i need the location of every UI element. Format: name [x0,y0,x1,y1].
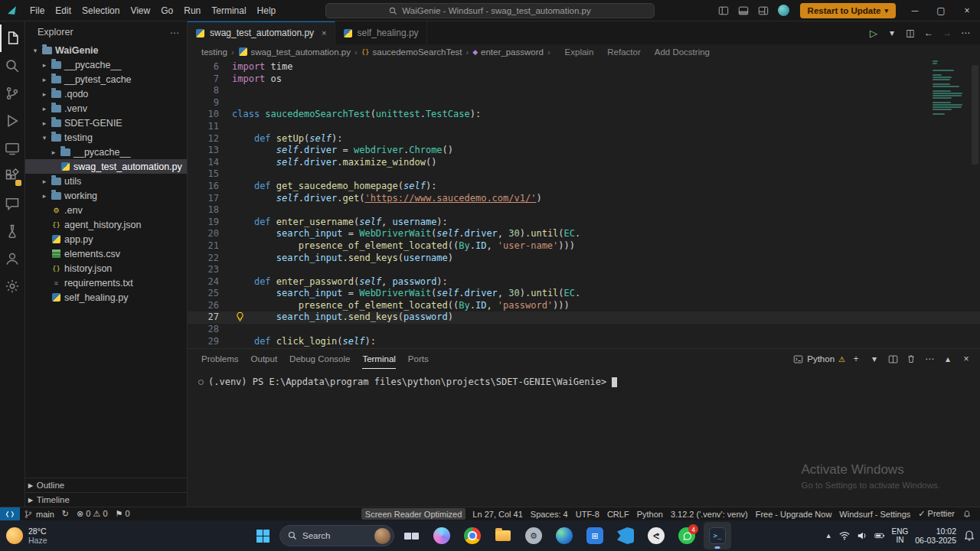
run-and-debug-icon[interactable] [0,107,25,135]
status-language-mode[interactable]: Python [633,507,667,520]
tab-self_healing-py[interactable]: self_healing.py [335,21,427,44]
search-icon[interactable] [0,52,25,80]
status-prettier[interactable]: ✓ Prettier [914,507,959,520]
section-timeline[interactable]: ▸Timeline [25,492,187,507]
more-actions-icon[interactable]: ⋯ [957,24,974,41]
status-eol[interactable]: CRLF [603,507,633,520]
code-editor[interactable]: 6import time7import os8910class saucedem… [188,59,980,348]
clock[interactable]: 10:0206-03-2025 [915,527,956,545]
folder-sdet-genie[interactable]: ▸SDET-GENIE [25,116,187,130]
maximize-panel-icon[interactable]: ▴ [940,351,956,367]
taskbar-app-edge[interactable] [550,522,578,549]
close-panel-icon[interactable]: × [959,351,974,367]
codelens-explain[interactable]: Explain [565,47,594,57]
editor-scrollbar[interactable] [972,65,978,165]
breadcrumb-item-testing[interactable]: testing [201,47,227,57]
folder-testing[interactable]: ▾testing [25,130,187,145]
toggle-primary-sidebar-icon[interactable] [714,2,733,19]
status-ports[interactable]: ⚑ 0 [112,507,134,520]
language-indicator[interactable]: ENGIN [892,527,909,544]
start-button[interactable] [249,522,276,549]
lightbulb-icon[interactable] [235,311,245,321]
hidden-icons-chevron-icon[interactable]: ▲ [825,532,832,540]
folder--pytest-cache[interactable]: ▸__pytest_cache [25,72,187,86]
file-app-py[interactable]: app.py [25,232,187,246]
status-remote-indicator[interactable] [0,507,20,520]
status-notifications[interactable] [959,507,975,520]
panel-tab-problems[interactable]: Problems [201,349,239,369]
menu-file[interactable]: File [24,3,50,18]
folder--pycache-[interactable]: ▸__pycache__ [25,57,187,72]
status-problems[interactable]: ⊗ 0 ⚠ 0 [73,507,111,520]
status-upgrade[interactable]: Free - Upgrade Now [752,507,836,520]
file-swag-test-automation-py[interactable]: swag_test_automation.py [25,159,187,174]
wifi-icon[interactable] [839,530,850,541]
folder-working[interactable]: ▸working [25,188,187,203]
explorer-icon[interactable] [0,24,25,52]
taskbar-app-copilot[interactable] [428,522,456,549]
panel-tab-output[interactable]: Output [251,349,278,369]
close-button[interactable]: × [954,0,980,21]
terminal-process-item[interactable]: Python⚠ [793,354,845,364]
maximize-button[interactable]: ▢ [928,0,954,21]
customize-layout-icon[interactable] [753,2,773,19]
taskbar-app-whatsapp[interactable]: 4 [673,522,701,549]
codelens-add-docstring[interactable]: Add Docstring [655,47,710,57]
panel-tab-ports[interactable]: Ports [408,349,429,369]
weather-widget[interactable]: 28°C Haze [6,527,47,545]
taskbar-app-chrome[interactable] [459,522,486,549]
terminal-dropdown-icon[interactable]: ▾ [867,351,882,367]
tab-swag_test_automation-py[interactable]: swag_test_automation.py× [188,21,335,44]
menu-view[interactable]: View [125,3,155,18]
folder-waigenie[interactable]: ▾WaiGenie [25,43,187,57]
menu-help[interactable]: Help [252,3,282,18]
status-indentation[interactable]: Spaces: 4 [527,507,572,520]
more-icon[interactable]: ⋯ [922,351,937,367]
taskbar-app-terminal[interactable]: >_ [704,522,731,549]
section-outline[interactable]: ▸Outline [25,478,187,492]
status-git-branch[interactable]: main [20,507,58,520]
notifications-icon[interactable] [963,530,975,542]
panel-tab-debug-console[interactable]: Debug Console [289,349,350,369]
run-python-file-icon[interactable]: ▷ [865,24,882,41]
toggle-panel-icon[interactable] [733,2,753,19]
new-terminal-icon[interactable]: + [848,351,864,367]
settings-gear-icon[interactable] [0,272,25,300]
status-windsurf-settings[interactable]: Windsurf - Settings [835,507,914,520]
taskbar-search[interactable]: Search [279,525,394,546]
minimap[interactable] [933,60,968,116]
account-avatar[interactable] [778,5,789,16]
status-sync[interactable]: ↻ [58,507,73,520]
split-editor-icon[interactable]: ◫ [902,24,919,41]
explorer-more-actions-icon[interactable]: ⋯ [170,27,180,38]
testing-icon[interactable] [0,217,25,245]
chat-icon[interactable] [0,190,25,217]
breadcrumb-item-enter_password[interactable]: ◆enter_password [472,47,544,57]
terminal-view[interactable]: (.venv) PS E:\Appdata\program files\pyth… [188,369,980,387]
taskbar-app-vscode[interactable] [612,522,639,549]
restart-to-update-button[interactable]: Restart to Update▾ [800,3,896,18]
close-tab-icon[interactable]: × [322,28,326,37]
folder--qodo[interactable]: ▸.qodo [25,86,187,101]
taskbar-app-file-explorer[interactable] [489,522,517,549]
file--env[interactable]: ⚙.env [25,203,187,217]
status-python-interpreter[interactable]: 3.12.2 ('.venv': venv) [667,507,752,520]
file-elements-csv[interactable]: elements.csv [25,246,187,261]
go-back-icon[interactable]: ← [920,24,937,41]
account-icon[interactable] [0,245,25,272]
source-control-icon[interactable] [0,80,25,107]
menu-run[interactable]: Run [178,3,206,18]
taskbar-app-task-view[interactable] [397,522,425,549]
file-self-healing-py[interactable]: self_healing.py [25,290,187,305]
status-cursor-position[interactable]: Ln 27, Col 41 [469,507,526,520]
codelens-refactor[interactable]: Refactor [607,47,640,57]
remote-explorer-icon[interactable] [0,135,25,162]
breadcrumb-item-swag_test_automation-py[interactable]: swag_test_automation.py [238,47,351,57]
menu-terminal[interactable]: Terminal [206,3,251,18]
menu-go[interactable]: Go [155,3,178,18]
file-requirements-txt[interactable]: ≡requirements.txt [25,276,187,290]
taskbar-app-store[interactable]: ⊞ [581,522,609,549]
split-terminal-icon[interactable] [885,351,900,367]
run-dropdown-icon[interactable]: ▾ [884,24,900,41]
status-screen-reader[interactable]: Screen Reader Optimized [361,508,466,520]
